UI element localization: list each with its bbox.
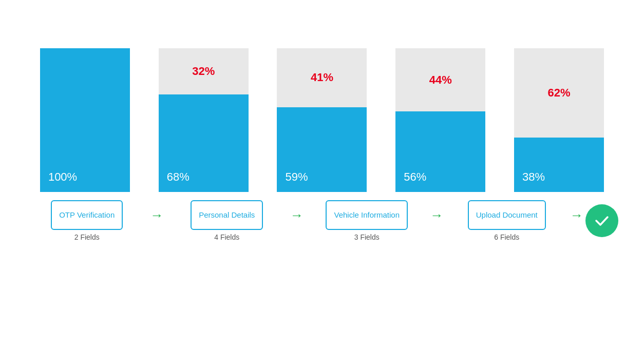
bar-bottom-label-personal: 68% bbox=[167, 170, 190, 184]
bar-group-vehicle: 41%59% bbox=[263, 48, 382, 192]
bar-top-personal: 32% bbox=[159, 48, 249, 94]
bar-stack-otp: 100% bbox=[40, 48, 130, 192]
bar-bottom-label-done: 38% bbox=[522, 170, 545, 184]
bar-stack-done: 62%38% bbox=[514, 48, 604, 192]
bar-group-otp: 100% bbox=[26, 48, 144, 192]
bar-bottom-personal: 68% bbox=[159, 94, 249, 192]
arrow-upload: → bbox=[570, 207, 583, 223]
bar-top-done: 62% bbox=[514, 48, 604, 138]
bar-bottom-upload: 56% bbox=[395, 111, 485, 192]
step-flow: OTP Verification2 Fields→Personal Detail… bbox=[21, 200, 623, 241]
checkmark-icon bbox=[593, 212, 611, 229]
bar-bottom-otp: 100% bbox=[40, 48, 130, 192]
bar-stack-vehicle: 41%59% bbox=[277, 48, 367, 192]
bar-stack-personal: 32%68% bbox=[159, 48, 249, 192]
bar-top-label-done: 62% bbox=[548, 86, 571, 100]
step-box-upload: Upload Document bbox=[468, 200, 546, 230]
step-item-complete bbox=[585, 204, 618, 237]
step-box-personal: Personal Details bbox=[191, 200, 263, 230]
step-fields-vehicle: 3 Fields bbox=[354, 233, 380, 241]
bar-top-label-vehicle: 41% bbox=[311, 71, 333, 84]
bar-group-done: 62%38% bbox=[500, 48, 618, 192]
bar-bottom-label-upload: 56% bbox=[404, 170, 426, 184]
step-item-upload: Upload Document6 Fields bbox=[446, 200, 569, 241]
bar-stack-upload: 44%56% bbox=[395, 48, 485, 192]
bar-top-upload: 44% bbox=[395, 48, 485, 111]
bar-group-upload: 44%56% bbox=[381, 48, 500, 192]
bar-bottom-label-vehicle: 59% bbox=[285, 170, 308, 184]
step-fields-upload: 6 Fields bbox=[494, 233, 519, 241]
step-item-vehicle: Vehicle Information3 Fields bbox=[306, 200, 428, 241]
step-item-otp: OTP Verification2 Fields bbox=[26, 200, 148, 241]
arrow-otp: → bbox=[150, 207, 164, 223]
step-item-personal: Personal Details4 Fields bbox=[166, 200, 289, 241]
step-fields-otp: 2 Fields bbox=[74, 233, 100, 241]
bar-top-label-upload: 44% bbox=[429, 73, 452, 87]
step-box-otp: OTP Verification bbox=[51, 200, 123, 230]
step-fields-personal: 4 Fields bbox=[214, 233, 239, 241]
bar-top-vehicle: 41% bbox=[277, 48, 367, 107]
arrow-personal: → bbox=[290, 207, 304, 223]
step-box-vehicle: Vehicle Information bbox=[326, 200, 408, 230]
chart-area: 100%32%68%41%59%44%56%62%38% bbox=[21, 33, 623, 192]
bar-bottom-label-otp: 100% bbox=[48, 170, 77, 184]
bar-bottom-vehicle: 59% bbox=[277, 107, 367, 192]
check-circle bbox=[585, 204, 618, 237]
bar-group-personal: 32%68% bbox=[144, 48, 263, 192]
bar-bottom-done: 38% bbox=[514, 138, 604, 192]
bar-top-label-personal: 32% bbox=[192, 65, 215, 78]
arrow-vehicle: → bbox=[430, 207, 444, 223]
